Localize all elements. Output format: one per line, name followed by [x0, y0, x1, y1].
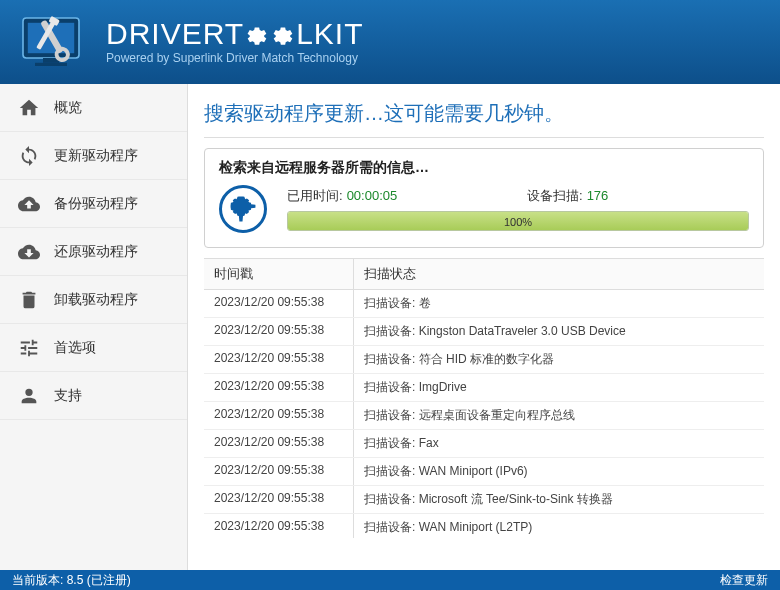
version-label: 当前版本: 8.5 (已注册) [12, 572, 131, 589]
cell-timestamp: 2023/12/20 09:55:38 [204, 318, 354, 345]
sidebar-item-preferences[interactable]: 首选项 [0, 324, 187, 372]
table-row[interactable]: 2023/12/20 09:55:38扫描设备: WAN Miniport (L… [204, 514, 764, 538]
sidebar-item-label: 概览 [54, 99, 82, 117]
sidebar-item-label: 更新驱动程序 [54, 147, 138, 165]
col-header-timestamp[interactable]: 时间戳 [204, 259, 354, 289]
scan-label: 设备扫描: [527, 187, 583, 205]
app-title: DRIVERTLKIT [106, 19, 364, 49]
table-row[interactable]: 2023/12/20 09:55:38扫描设备: 远程桌面设备重定向程序总线 [204, 402, 764, 430]
sidebar-item-restore[interactable]: 还原驱动程序 [0, 228, 187, 276]
cell-timestamp: 2023/12/20 09:55:38 [204, 402, 354, 429]
sidebar-item-label: 首选项 [54, 339, 96, 357]
elapsed-label: 已用时间: [287, 187, 343, 205]
gear-o-icon [244, 21, 270, 47]
header-subtitle: Powered by Superlink Driver Match Techno… [106, 51, 364, 65]
table-row[interactable]: 2023/12/20 09:55:38扫描设备: Fax [204, 430, 764, 458]
table-row[interactable]: 2023/12/20 09:55:38扫描设备: 卷 [204, 290, 764, 318]
status-box: 检索来自远程服务器所需的信息… 已用时间: 00:00:05 设备扫描: 176 [204, 148, 764, 248]
progress-text: 100% [288, 212, 748, 231]
sidebar-item-label: 备份驱动程序 [54, 195, 138, 213]
cell-timestamp: 2023/12/20 09:55:38 [204, 458, 354, 485]
cloud-up-icon [18, 193, 40, 215]
sidebar-item-label: 卸载驱动程序 [54, 291, 138, 309]
title-part1: DRIVER [106, 17, 225, 50]
cell-status: 扫描设备: Fax [354, 430, 764, 457]
header-text-block: DRIVERTLKIT Powered by Superlink Driver … [106, 19, 364, 65]
refresh-icon [18, 145, 40, 167]
table-header-row: 时间戳 扫描状态 [204, 259, 764, 290]
table-body[interactable]: 2023/12/20 09:55:38扫描设备: 卷2023/12/20 09:… [204, 290, 764, 538]
log-table: 时间戳 扫描状态 2023/12/20 09:55:38扫描设备: 卷2023/… [204, 258, 764, 570]
scan-value: 176 [587, 188, 609, 203]
sidebar-item-label: 还原驱动程序 [54, 243, 138, 261]
table-row[interactable]: 2023/12/20 09:55:38扫描设备: ImgDrive [204, 374, 764, 402]
sidebar-item-uninstall[interactable]: 卸载驱动程序 [0, 276, 187, 324]
cell-status: 扫描设备: Kingston DataTraveler 3.0 USB Devi… [354, 318, 764, 345]
sliders-icon [18, 337, 40, 359]
status-heading: 检索来自远程服务器所需的信息… [219, 159, 749, 177]
page-title: 搜索驱动程序更新…这可能需要几秒钟。 [204, 96, 764, 138]
cell-timestamp: 2023/12/20 09:55:38 [204, 430, 354, 457]
cloud-down-icon [18, 241, 40, 263]
sidebar: 概览 更新驱动程序 备份驱动程序 还原驱动程序 卸载驱动程序 首选项 支持 [0, 84, 188, 570]
cell-status: 扫描设备: 远程桌面设备重定向程序总线 [354, 402, 764, 429]
sidebar-item-label: 支持 [54, 387, 82, 405]
main-panel: 搜索驱动程序更新…这可能需要几秒钟。 检索来自远程服务器所需的信息… 已用时间:… [188, 84, 780, 570]
cell-timestamp: 2023/12/20 09:55:38 [204, 290, 354, 317]
home-icon [18, 97, 40, 119]
sidebar-item-support[interactable]: 支持 [0, 372, 187, 420]
cell-status: 扫描设备: WAN Miniport (IPv6) [354, 458, 764, 485]
app-logo-icon [12, 10, 98, 74]
cell-status: 扫描设备: Microsoft 流 Tee/Sink-to-Sink 转换器 [354, 486, 764, 513]
table-row[interactable]: 2023/12/20 09:55:38扫描设备: 符合 HID 标准的数字化器 [204, 346, 764, 374]
sidebar-item-overview[interactable]: 概览 [0, 84, 187, 132]
sidebar-item-update[interactable]: 更新驱动程序 [0, 132, 187, 180]
cell-timestamp: 2023/12/20 09:55:38 [204, 514, 354, 538]
table-row[interactable]: 2023/12/20 09:55:38扫描设备: Microsoft 流 Tee… [204, 486, 764, 514]
cell-status: 扫描设备: WAN Miniport (L2TP) [354, 514, 764, 538]
trash-icon [18, 289, 40, 311]
check-update-link[interactable]: 检查更新 [720, 572, 768, 589]
table-row[interactable]: 2023/12/20 09:55:38扫描设备: WAN Miniport (I… [204, 458, 764, 486]
title-part2: T [225, 17, 244, 50]
cell-status: 扫描设备: ImgDrive [354, 374, 764, 401]
cell-timestamp: 2023/12/20 09:55:38 [204, 486, 354, 513]
sidebar-item-backup[interactable]: 备份驱动程序 [0, 180, 187, 228]
cell-status: 扫描设备: 卷 [354, 290, 764, 317]
col-header-status[interactable]: 扫描状态 [354, 259, 764, 289]
svg-rect-3 [35, 63, 67, 66]
elapsed-value: 00:00:05 [347, 188, 398, 203]
cell-timestamp: 2023/12/20 09:55:38 [204, 346, 354, 373]
spinner-gear-icon [219, 185, 267, 233]
app-header: DRIVERTLKIT Powered by Superlink Driver … [0, 0, 780, 84]
gear-o2-icon [270, 21, 296, 47]
person-icon [18, 385, 40, 407]
progress-bar: 100% [287, 211, 749, 231]
table-row[interactable]: 2023/12/20 09:55:38扫描设备: Kingston DataTr… [204, 318, 764, 346]
cell-status: 扫描设备: 符合 HID 标准的数字化器 [354, 346, 764, 373]
status-bar: 当前版本: 8.5 (已注册) 检查更新 [0, 570, 780, 590]
cell-timestamp: 2023/12/20 09:55:38 [204, 374, 354, 401]
title-part3: LKIT [296, 17, 363, 50]
